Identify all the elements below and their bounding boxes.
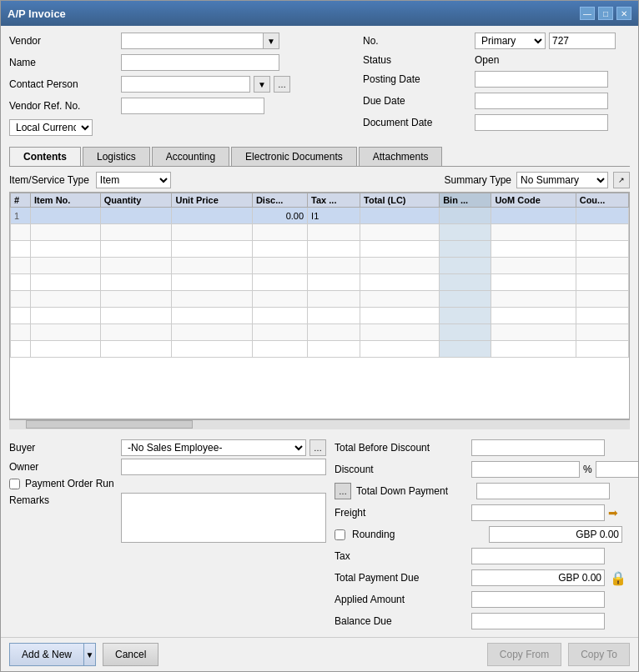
cell-item-no[interactable] [31, 308, 101, 324]
cell-quantity[interactable] [100, 208, 172, 224]
cell-tax[interactable] [308, 258, 360, 274]
cell-item-no[interactable] [31, 274, 101, 291]
cell-total-lc[interactable] [360, 291, 440, 308]
cell-quantity[interactable] [100, 341, 172, 358]
copy-from-button[interactable]: Copy From [487, 643, 561, 666]
tab-attachments[interactable]: Attachments [359, 147, 443, 166]
summary-type-select[interactable]: No Summary [516, 172, 608, 188]
cell-uom[interactable] [491, 308, 576, 324]
cell-discount[interactable] [252, 224, 307, 241]
document-date-input[interactable] [475, 114, 608, 131]
cell-tax[interactable] [308, 291, 360, 308]
cell-unit-price[interactable] [172, 291, 252, 308]
cell-discount[interactable] [252, 274, 307, 291]
currency-select[interactable]: Local Currency [9, 119, 93, 136]
cell-total-lc[interactable] [360, 224, 440, 241]
cell-uom[interactable] [491, 274, 576, 291]
tab-logistics[interactable]: Logistics [83, 147, 150, 166]
contact-person-dropdown[interactable]: ▼ [254, 76, 270, 93]
cell-uom[interactable] [491, 208, 576, 224]
cell-discount[interactable] [252, 324, 307, 341]
cell-cou[interactable] [576, 258, 628, 274]
cell-quantity[interactable] [100, 324, 172, 341]
total-payment-lock-icon[interactable]: 🔒 [610, 570, 626, 586]
cell-bin[interactable] [440, 308, 491, 324]
cell-uom[interactable] [491, 224, 576, 241]
cell-quantity[interactable] [100, 258, 172, 274]
close-button[interactable]: ✕ [616, 7, 631, 20]
vendor-clear-button[interactable]: ▼ [263, 33, 279, 49]
cell-uom[interactable] [491, 291, 576, 308]
cell-tax[interactable] [308, 274, 360, 291]
rounding-value[interactable]: GBP 0.00 [489, 526, 622, 543]
cell-total-lc[interactable] [360, 324, 440, 341]
cell-quantity[interactable] [100, 291, 172, 308]
cell-tax[interactable] [308, 241, 360, 258]
cell-quantity[interactable] [100, 308, 172, 324]
cell-total-lc[interactable] [360, 208, 440, 224]
freight-value[interactable] [471, 504, 605, 521]
cell-bin[interactable] [440, 208, 491, 224]
cell-unit-price[interactable] [172, 308, 252, 324]
cancel-button[interactable]: Cancel [103, 643, 158, 666]
no-type-select[interactable]: Primary [475, 33, 546, 49]
cell-discount[interactable] [252, 291, 307, 308]
cell-tax[interactable] [308, 324, 360, 341]
cell-bin[interactable] [440, 258, 491, 274]
cell-total-lc[interactable] [360, 308, 440, 324]
cell-total-lc[interactable] [360, 274, 440, 291]
cell-unit-price[interactable] [172, 341, 252, 358]
cell-bin[interactable] [440, 224, 491, 241]
cell-total-lc[interactable] [360, 341, 440, 358]
cell-discount[interactable] [252, 241, 307, 258]
cell-discount[interactable] [252, 308, 307, 324]
maximize-button[interactable]: □ [598, 7, 613, 20]
down-payment-button[interactable]: … [335, 483, 351, 499]
tab-contents[interactable]: Contents [9, 147, 81, 166]
vendor-ref-input[interactable] [121, 98, 264, 114]
cell-item-no[interactable] [31, 258, 101, 274]
cell-unit-price[interactable] [172, 324, 252, 341]
cell-cou[interactable] [576, 341, 628, 358]
cell-cou[interactable] [576, 324, 628, 341]
cell-item-no[interactable] [31, 291, 101, 308]
tab-electronic-docs[interactable]: Electronic Documents [231, 147, 357, 166]
cell-uom[interactable] [491, 341, 576, 358]
no-value-input[interactable] [549, 33, 616, 49]
cell-item-no[interactable] [31, 341, 101, 358]
add-new-button[interactable]: Add & New [9, 643, 84, 666]
contact-person-details[interactable]: … [274, 76, 290, 93]
cell-cou[interactable] [576, 274, 628, 291]
owner-input[interactable] [121, 459, 326, 475]
cell-quantity[interactable] [100, 224, 172, 241]
cell-tax[interactable] [308, 224, 360, 241]
minimize-button[interactable]: — [580, 7, 595, 20]
cell-cou[interactable] [576, 308, 628, 324]
cell-cou[interactable] [576, 208, 628, 224]
cell-discount[interactable] [252, 341, 307, 358]
vendor-input[interactable] [121, 33, 263, 49]
cell-bin[interactable] [440, 324, 491, 341]
cell-unit-price[interactable] [172, 274, 252, 291]
due-date-input[interactable] [475, 93, 608, 109]
discount-value[interactable] [471, 461, 580, 478]
posting-date-input[interactable] [475, 71, 608, 88]
cell-discount[interactable]: 0.00 [252, 208, 307, 224]
add-new-dropdown-button[interactable]: ▼ [84, 643, 96, 666]
rounding-checkbox[interactable] [335, 529, 345, 540]
contact-person-input[interactable] [121, 76, 250, 93]
cell-cou[interactable] [576, 224, 628, 241]
cell-item-no[interactable] [31, 224, 101, 241]
cell-tax[interactable] [308, 308, 360, 324]
cell-bin[interactable] [440, 274, 491, 291]
item-type-select[interactable]: Item [96, 172, 171, 188]
cell-total-lc[interactable] [360, 241, 440, 258]
cell-cou[interactable] [576, 241, 628, 258]
cell-unit-price[interactable] [172, 208, 252, 224]
buyer-select[interactable]: -No Sales Employee- [121, 439, 306, 456]
remarks-textarea[interactable] [121, 493, 326, 543]
tab-accounting[interactable]: Accounting [152, 147, 229, 166]
buyer-details-button[interactable]: … [309, 439, 326, 456]
cell-tax[interactable]: I1 [308, 208, 360, 224]
cell-item-no[interactable] [31, 324, 101, 341]
